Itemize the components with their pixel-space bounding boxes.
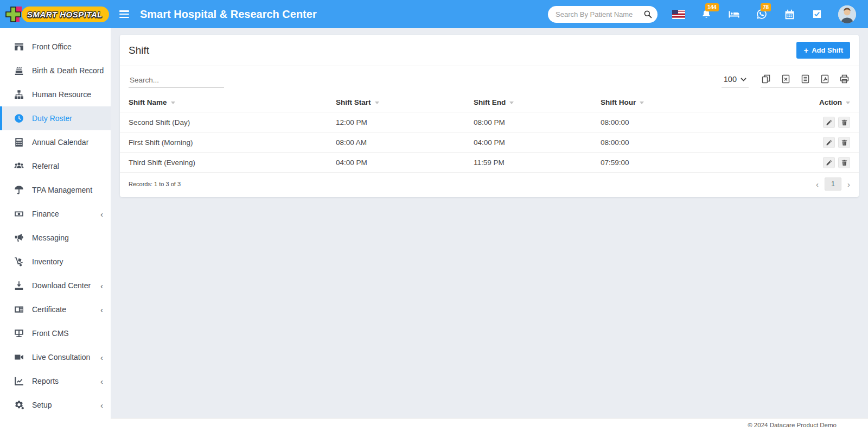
birth-death-record-icon	[14, 66, 24, 75]
sidebar-item-certificate[interactable]: Certificate ‹	[0, 297, 111, 321]
tasks-icon[interactable]	[810, 8, 824, 21]
sidebar-item-setup[interactable]: Setup ‹	[0, 393, 111, 417]
copy-icon[interactable]	[762, 74, 771, 84]
user-avatar[interactable]	[838, 5, 856, 23]
sort-icon	[509, 102, 514, 104]
table-search-input[interactable]	[129, 74, 224, 88]
chevron-left-icon: ‹	[100, 210, 103, 218]
whatsapp-badge: 78	[761, 3, 771, 11]
sidebar-item-referral[interactable]: Referral	[0, 154, 111, 178]
page-footer: © 2024 Datacare Product Demo	[111, 418, 868, 431]
chevron-left-icon: ‹	[100, 282, 103, 290]
language-flag-icon[interactable]	[672, 8, 685, 21]
page-title: Shift	[129, 45, 149, 56]
cell-shift-start: 12:00 PM	[327, 112, 465, 132]
main-content: Shift + Add Shift 100	[111, 28, 868, 204]
add-shift-label: Add Shift	[812, 46, 843, 54]
sidebar: Front Office Birth & Death Record ‹ Huma…	[0, 28, 111, 431]
pagination-next[interactable]: ›	[846, 180, 851, 188]
live-consultation-icon	[14, 352, 24, 362]
app-title: Smart Hospital & Research Center	[140, 8, 317, 21]
menu-toggle-button[interactable]	[119, 10, 129, 18]
cell-shift-name: Second Shift (Day)	[120, 112, 327, 132]
sort-icon	[171, 102, 175, 104]
sidebar-item-download-center[interactable]: Download Center ‹	[0, 274, 111, 297]
edit-button[interactable]	[823, 117, 835, 128]
pagination-page[interactable]: 1	[825, 178, 841, 191]
chevron-left-icon: ‹	[100, 401, 103, 409]
sidebar-item-messaging[interactable]: Messaging	[0, 226, 111, 250]
records-info: Records: 1 to 3 of 3	[129, 181, 181, 187]
pagination-prev[interactable]: ‹	[815, 180, 820, 188]
column-header-shift-name[interactable]: Shift Name	[120, 93, 327, 112]
column-header-shift-start[interactable]: Shift Start	[327, 93, 465, 112]
tpa-management-icon	[14, 185, 24, 195]
delete-button[interactable]	[838, 137, 850, 148]
hospital-logo-icon	[5, 5, 24, 23]
page-size-select[interactable]: 100	[722, 74, 749, 88]
sidebar-item-front-cms[interactable]: Front CMS	[0, 321, 111, 345]
duty-roster-icon	[14, 113, 24, 123]
shift-card: Shift + Add Shift 100	[120, 35, 859, 197]
sort-icon	[375, 102, 379, 104]
plus-icon: +	[803, 46, 808, 54]
delete-button[interactable]	[838, 157, 850, 168]
edit-button[interactable]	[823, 157, 835, 168]
cell-shift-end: 04:00 PM	[465, 132, 592, 153]
sidebar-item-annual-calendar[interactable]: Annual Calendar	[0, 130, 111, 154]
front-office-icon	[14, 42, 24, 52]
sidebar-item-front-office[interactable]: Front Office	[0, 35, 111, 59]
sidebar-item-human-resource[interactable]: Human Resource	[0, 83, 111, 106]
app-logo[interactable]: SMART HOSPITAL	[0, 5, 111, 23]
column-header-shift-end[interactable]: Shift End	[465, 93, 592, 112]
copyright-text: © 2024 Datacare Product Demo	[748, 422, 837, 428]
cell-shift-end: 08:00 PM	[465, 112, 592, 132]
sort-icon	[846, 102, 850, 104]
export-csv-icon[interactable]	[801, 74, 810, 84]
bed-status-icon[interactable]	[727, 8, 741, 21]
sidebar-item-tpa-management[interactable]: TPA Management	[0, 178, 111, 202]
finance-icon	[14, 209, 24, 219]
notifications-bell-icon[interactable]: 144	[700, 8, 713, 21]
print-icon[interactable]	[840, 74, 849, 84]
add-shift-button[interactable]: + Add Shift	[796, 42, 850, 59]
certificate-icon	[14, 305, 24, 314]
sidebar-item-finance[interactable]: Finance ‹	[0, 202, 111, 226]
cell-shift-name: Third Shift (Evening)	[120, 153, 327, 173]
front-cms-icon	[14, 328, 24, 338]
annual-calendar-icon	[14, 137, 24, 147]
column-header-shift-hour[interactable]: Shift Hour	[592, 93, 794, 112]
delete-button[interactable]	[838, 117, 850, 128]
sidebar-item-inventory[interactable]: Inventory	[0, 250, 111, 274]
header-actions: 144 78	[548, 5, 868, 23]
sidebar-item-reports[interactable]: Reports ‹	[0, 369, 111, 393]
table-row: Third Shift (Evening) 04:00 PM 11:59 PM …	[120, 153, 859, 173]
export-toolbar	[761, 74, 850, 88]
cell-shift-name: First Shift (Morning)	[120, 132, 327, 153]
setup-icon	[14, 400, 24, 410]
cell-shift-start: 04:00 PM	[327, 153, 465, 173]
patient-search-input[interactable]	[556, 10, 643, 18]
referral-icon	[14, 161, 24, 171]
chevron-left-icon: ‹	[100, 306, 103, 314]
sidebar-item-live-consultation[interactable]: Live Consultation ‹	[0, 345, 111, 369]
patient-search	[548, 6, 658, 23]
chevron-left-icon: ‹	[100, 353, 103, 362]
column-header-action[interactable]: Action	[794, 93, 859, 112]
sidebar-item-birth-death-record[interactable]: Birth & Death Record ‹	[0, 59, 111, 83]
calendar-icon[interactable]	[783, 8, 796, 21]
pagination: ‹ 1 ›	[815, 178, 851, 191]
whatsapp-icon[interactable]: 78	[755, 8, 768, 21]
edit-button[interactable]	[823, 137, 835, 148]
human-resource-icon	[14, 90, 24, 99]
table-row: Second Shift (Day) 12:00 PM 08:00 PM 08:…	[120, 112, 859, 132]
search-icon[interactable]	[643, 10, 652, 18]
export-pdf-icon[interactable]	[820, 74, 829, 84]
cell-shift-hour: 07:59:00	[592, 153, 794, 173]
sidebar-item-duty-roster[interactable]: Duty Roster	[0, 106, 111, 130]
cell-shift-end: 11:59 PM	[465, 153, 592, 173]
export-excel-icon[interactable]	[781, 74, 790, 84]
logo-text: SMART HOSPITAL	[22, 7, 109, 22]
app-header: SMART HOSPITAL Smart Hospital & Research…	[0, 0, 868, 28]
bell-badge: 144	[705, 3, 719, 11]
